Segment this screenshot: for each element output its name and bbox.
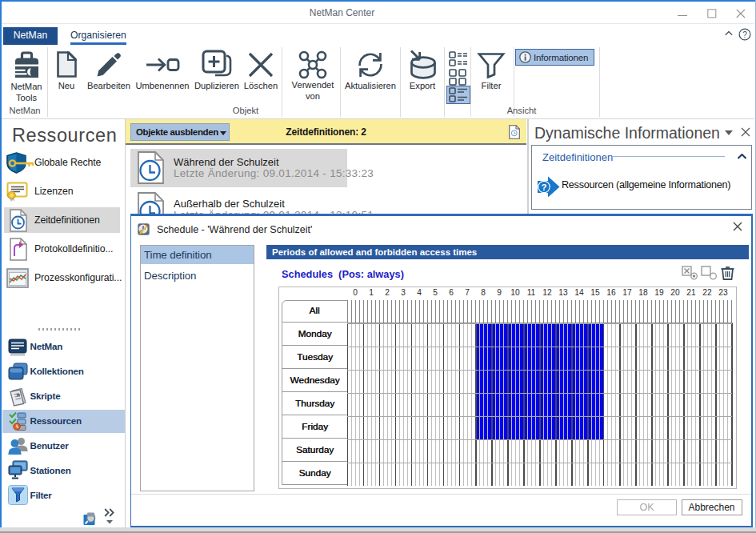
svg-text:?: ?	[742, 30, 747, 38]
svg-text:?: ?	[541, 182, 546, 192]
